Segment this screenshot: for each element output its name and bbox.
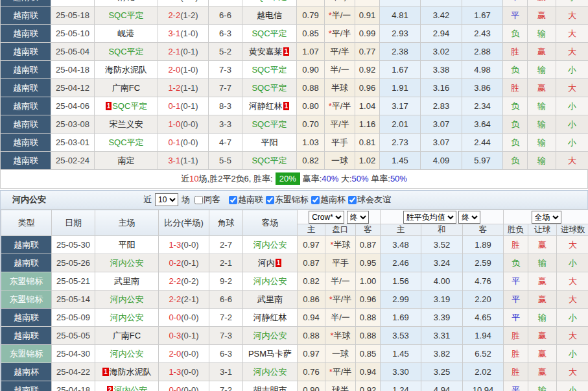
team-name: 宋兰义安 — [110, 119, 143, 129]
team-name: 广南FC — [113, 331, 141, 340]
home-team-cell: 河内公安 — [95, 309, 159, 327]
scope-select[interactable]: 全场 — [532, 211, 561, 224]
league-checkbox[interactable] — [348, 196, 357, 204]
team-name: SQC平定 — [108, 47, 143, 56]
home-team-cell: 2河内公安 — [95, 381, 159, 391]
asian-handicap-cell: *平/半 — [325, 97, 355, 115]
corners-cell: 5-5 — [209, 152, 242, 170]
away-team-cell: 河静红林1 — [242, 97, 297, 115]
result-cell: 负 — [503, 115, 528, 134]
score-cell: 0-1(0-1) — [158, 97, 209, 115]
league-checkbox[interactable] — [229, 196, 237, 204]
recent-count-select[interactable]: 10 — [155, 193, 178, 206]
league-filter-label: 越南联 — [238, 194, 263, 206]
euro-odds-cell: 2.43 — [462, 25, 503, 43]
euro-odds-cell: 2.46 — [381, 254, 421, 272]
asian-time-select[interactable]: 终 — [347, 211, 369, 224]
date-cell: 25-05-21 — [52, 272, 95, 290]
euro-odds-cell: 2.01 — [380, 115, 421, 134]
league-filter[interactable]: 球会友谊 — [348, 194, 391, 206]
home-team-cell: 海防水泥队 — [95, 61, 158, 79]
col-home: 主场 — [95, 210, 159, 236]
rank-badge: 1 — [276, 259, 282, 267]
euro-odds-cell: 4.81 — [380, 6, 421, 25]
goals-result-cell: 大 — [556, 152, 588, 170]
scope-controls: 全场 — [504, 210, 588, 224]
asian-away-odds-cell: 0.88 — [356, 309, 381, 327]
handicap-result-cell: 赢 — [528, 363, 557, 381]
euro-odds-cell: 3.30 — [381, 363, 421, 381]
team-name: 河内公安 — [253, 240, 287, 250]
asian-away-odds-cell: 0.92 — [356, 381, 381, 391]
asian-home-odds-cell: 1.03 — [297, 134, 325, 152]
league-cell: 越南联 — [1, 309, 52, 327]
asian-handicap-cell: 半/一 — [325, 61, 355, 79]
result-cell: 负 — [503, 97, 528, 115]
corners-cell: 7-2 — [209, 381, 243, 391]
corners-cell: 5-2 — [209, 43, 242, 61]
date-cell: 25-03-01 — [51, 134, 95, 152]
asian-home-odds-cell: 0.79 — [297, 6, 325, 25]
score-cell: 2-2(0-2) — [159, 272, 209, 290]
team-name: 岘港 — [118, 29, 135, 38]
home-team-cell: 广南FC — [95, 79, 158, 97]
handicap-result-cell: 赢 — [528, 327, 557, 345]
team-name: 河内公安 — [253, 367, 287, 377]
team-name: 清化 — [118, 0, 135, 2]
euro-odds-cell: 3.17 — [380, 97, 421, 115]
home-team-cell: 1海防水泥队 — [95, 363, 159, 381]
summary-part: 20% — [276, 172, 300, 185]
same-away-checkbox[interactable] — [194, 196, 203, 204]
corners-cell: 4-7 — [209, 134, 242, 152]
league-filter[interactable]: 越南杯 — [311, 194, 346, 206]
date-cell: 25-04-18 — [51, 61, 95, 79]
team-name: 河内公安 — [110, 294, 144, 304]
handicap-result-cell: 输 — [528, 254, 557, 272]
team-name: SQC平定 — [252, 0, 287, 2]
asian-handicap-cell: *半球 — [325, 236, 356, 254]
goals-result-cell: 大 — [557, 290, 588, 309]
goals-result-cell: 小 — [556, 115, 588, 134]
euro-odds-cell: 4.65 — [463, 309, 504, 327]
goals-result-cell: 小 — [556, 134, 588, 152]
team2-history-table: 类型 日期 主场 比分(半场) 角球 客场 Crow* 终 胜平负均值 终 全场 — [1, 209, 588, 391]
euro-odds-cell: 3.39 — [421, 0, 462, 6]
home-team-cell: 河内公安 — [95, 254, 159, 272]
score-cell: 1-2(1-1) — [158, 79, 209, 97]
asian-source-select[interactable]: Crow* — [309, 211, 344, 224]
team1-history-table: 越南联25-05-27清化1-1(1-0)2-3SQC平定0.90半球0.921… — [0, 0, 588, 170]
league-cell: 越南联 — [1, 254, 52, 272]
asian-home-odds-cell: 0.85 — [297, 25, 325, 43]
result-cell: 平 — [504, 272, 528, 290]
date-cell: 25-03-08 — [51, 115, 95, 134]
asian-handicap-cell: 平/半 — [325, 115, 355, 134]
match-row: 越南联25-04-061SQC平定0-1(0-1)8-3河静红林10.80*平/… — [1, 97, 588, 115]
league-filter[interactable]: 越南联 — [229, 194, 263, 206]
match-row: 越南联25-03-01SQC平定0-1(0-0)4-7平阳1.03平手0.812… — [1, 134, 588, 152]
same-away-filter[interactable]: 同客 — [194, 194, 220, 206]
euro-odds-cell: 1.94 — [463, 327, 504, 345]
league-filter[interactable]: 东盟锦标 — [266, 194, 309, 206]
games-label: 场 — [182, 194, 190, 206]
euro-odds-cell: 3.19 — [421, 290, 463, 309]
home-team-cell: 南定 — [95, 152, 158, 170]
result-cell: 平 — [503, 0, 528, 6]
league-filter-label: 东盟锦标 — [275, 194, 309, 206]
league-checkbox[interactable] — [311, 196, 320, 204]
league-filter-label: 球会友谊 — [357, 194, 391, 206]
home-team-cell: 河内公安 — [95, 290, 159, 309]
away-team-cell: SQC平定 — [242, 152, 297, 170]
euro-time-select[interactable]: 终 — [458, 211, 480, 224]
score-cell: 3-1(1-0) — [158, 25, 209, 43]
league-checkbox[interactable] — [266, 196, 274, 204]
euro-odds-cell: 3.86 — [462, 79, 503, 97]
asian-home-odds-cell: 0.82 — [297, 152, 325, 170]
euro-source-select[interactable]: 胜平负均值 — [403, 211, 456, 224]
euro-odds-cell: 3.25 — [421, 363, 463, 381]
handicap-result-cell: 赢 — [528, 345, 557, 363]
euro-odds-cell: 4.76 — [463, 272, 504, 290]
league-cell: 东盟锦标 — [1, 290, 52, 309]
euro-odds-cell: 10.94 — [463, 381, 504, 391]
asian-odds-controls: Crow* 终 — [298, 210, 381, 224]
col-type: 类型 — [1, 210, 52, 236]
